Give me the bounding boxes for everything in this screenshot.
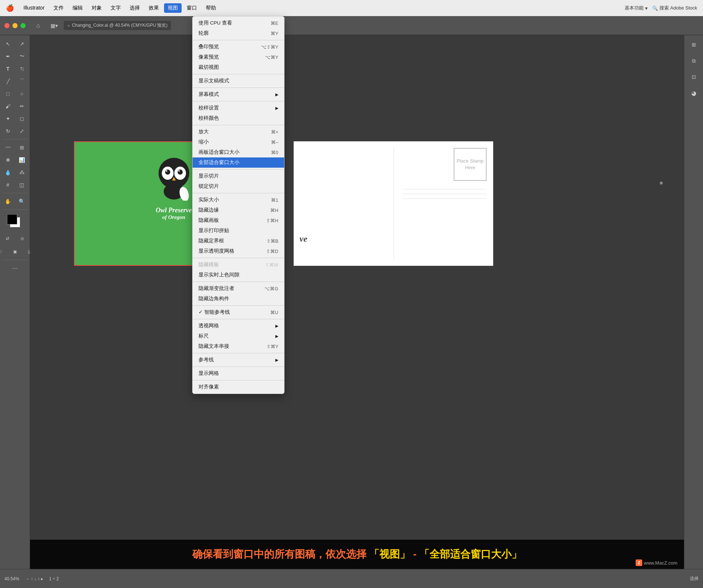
menu-sep-1 [193, 40, 284, 40]
menu-hide-edges[interactable]: 隐藏边缘 ⌘H [193, 205, 284, 215]
menu-screen-mode[interactable]: 屏幕模式 ▶ [193, 89, 284, 100]
menu-sep-14 [193, 380, 284, 380]
menu-sep-11 [193, 319, 284, 319]
menu-hide-text-threads[interactable]: 隐藏文本串接 ⇧⌘Y [193, 341, 284, 351]
menu-show-live-paint-gaps[interactable]: 显示实时上色间隙 [193, 270, 284, 280]
menu-sep-10 [193, 305, 284, 306]
menu-cpu-view[interactable]: 使用 CPU 查看 ⌘E [193, 18, 284, 28]
menu-show-print-tiling[interactable]: 显示打印拼贴 [193, 226, 284, 236]
menu-align-to-pixel[interactable]: 对齐像素 [193, 382, 284, 392]
menu-show-grid[interactable]: 显示网格 [193, 368, 284, 379]
menu-trim-view[interactable]: 裁切视图 [193, 62, 284, 72]
menu-rulers[interactable]: 标尺 ▶ [193, 331, 284, 341]
menu-sep-7 [193, 193, 284, 193]
menu-sep-4 [193, 101, 284, 101]
menu-show-slices[interactable]: 显示切片 [193, 171, 284, 181]
menu-hide-bounding-box[interactable]: 隐藏定界框 ⇧⌘B [193, 236, 284, 246]
menu-lock-slices[interactable]: 锁定切片 [193, 181, 284, 191]
menu-overprint-preview[interactable]: 叠印预览 ⌥⇧⌘Y [193, 42, 284, 52]
menu-sep-6 [193, 169, 284, 170]
menu-presentation-mode[interactable]: 显示文稿模式 [193, 76, 284, 86]
view-menu-dropdown: 使用 CPU 查看 ⌘E 轮廓 ⌘Y 叠印预览 ⌥⇧⌘Y 像素预览 ⌥⌘Y 裁切… [192, 16, 284, 394]
menu-sep-3 [193, 88, 284, 88]
menu-sep-13 [193, 366, 284, 367]
menu-actual-size[interactable]: 实际大小 ⌘1 [193, 195, 284, 205]
menu-perspective-grid[interactable]: 透视网格 ▶ [193, 321, 284, 331]
menu-fit-artboard[interactable]: 画板适合窗口大小 ⌘0 [193, 147, 284, 157]
menu-proof-setup[interactable]: 校样设置 ▶ [193, 103, 284, 113]
menu-sep-8 [193, 258, 284, 258]
menu-smart-guides[interactable]: ✓ 智能参考线 ⌘U [193, 307, 284, 317]
menu-fit-all[interactable]: 全部适合窗口大小 [193, 157, 284, 168]
menu-pixel-preview[interactable]: 像素预览 ⌥⌘Y [193, 52, 284, 62]
menu-show-transparency-grid[interactable]: 显示透明度网格 ⇧⌘D [193, 246, 284, 256]
menu-sep-5 [193, 125, 284, 125]
menu-guides[interactable]: 参考线 ▶ [193, 355, 284, 365]
menu-hide-corner-widget[interactable]: 隐藏边角构件 [193, 294, 284, 304]
menu-hide-gradient-annotator[interactable]: 隐藏渐变批注者 ⌥⌘G [193, 283, 284, 294]
menu-hide-artboards[interactable]: 隐藏画板 ⇧⌘H [193, 215, 284, 226]
menu-sep-2 [193, 74, 284, 74]
menu-zoom-in[interactable]: 放大 ⌘+ [193, 127, 284, 137]
menu-sep-9 [193, 282, 284, 282]
menu-proof-colors[interactable]: 校样颜色 [193, 113, 284, 123]
menu-outline[interactable]: 轮廓 ⌘Y [193, 28, 284, 38]
menu-sep-12 [193, 353, 284, 353]
dropdown-overlay: 使用 CPU 查看 ⌘E 轮廓 ⌘Y 叠印预览 ⌥⇧⌘Y 像素预览 ⌥⌘Y 裁切… [0, 0, 703, 588]
menu-hide-template: 隐藏模板 ⇧⌘W [193, 260, 284, 270]
menu-zoom-out[interactable]: 缩小 ⌘– [193, 137, 284, 147]
